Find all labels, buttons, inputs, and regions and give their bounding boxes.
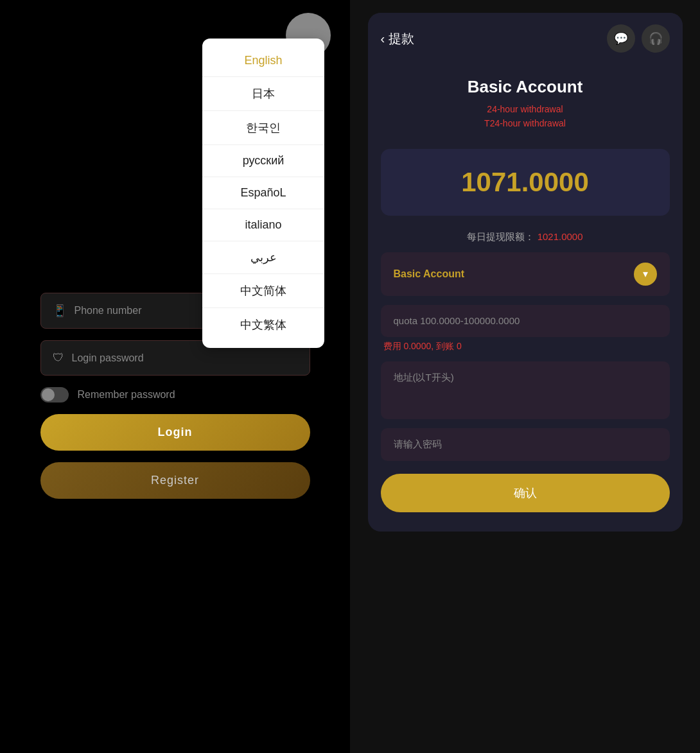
account-select[interactable]: Basic Account ▾	[381, 252, 670, 296]
lang-italian[interactable]: italiano	[202, 209, 324, 241]
left-panel: English 日本 한국인 русский EspañoL italiano …	[0, 0, 350, 753]
amount-value: 1071.0000	[394, 167, 657, 198]
phone-icon: 📱	[53, 304, 67, 318]
withdrawal-card: ‹ 提款 💬 🎧 Basic Account 24-hour withdrawa…	[368, 13, 683, 532]
lang-spanish[interactable]: EspañoL	[202, 177, 324, 209]
language-dropdown: English 日本 한국인 русский EspañoL italiano …	[202, 39, 324, 348]
chevron-down-icon: ▾	[634, 263, 657, 286]
chat-icon-button[interactable]: 💬	[607, 24, 635, 53]
lock-icon: 🛡	[53, 351, 64, 365]
lang-korean[interactable]: 한국인	[202, 111, 324, 145]
daily-limit-label: 每日提现限额：	[467, 231, 534, 242]
withdrawal-info: 24-hour withdrawal T24-hour withdrawal	[381, 102, 670, 131]
account-select-label: Basic Account	[394, 268, 465, 280]
password-placeholder: 请输入密码	[394, 438, 442, 449]
register-button[interactable]: Register	[40, 462, 310, 499]
lang-russian[interactable]: русский	[202, 145, 324, 177]
headset-icon: 🎧	[649, 31, 663, 46]
withdrawal-line2: T24-hour withdrawal	[381, 116, 670, 130]
account-title: Basic Account	[381, 77, 670, 97]
card-header: ‹ 提款 💬 🎧	[368, 13, 683, 64]
fee-text: 费用 0.0000, 到账 0	[381, 341, 670, 352]
remember-toggle[interactable]	[40, 387, 69, 402]
lang-chinese-simplified[interactable]: 中文简体	[202, 274, 324, 308]
page-title: 提款	[389, 30, 414, 48]
chat-icon: 💬	[614, 31, 628, 46]
daily-limit-value: 1021.0000	[538, 231, 583, 242]
remember-label: Remember password	[78, 389, 175, 401]
quota-placeholder: quota 100.0000-100000.0000	[394, 315, 520, 326]
lang-japanese[interactable]: 日本	[202, 77, 324, 111]
address-placeholder: 地址(以T开头)	[394, 372, 454, 383]
support-icon-button[interactable]: 🎧	[642, 24, 670, 53]
confirm-button[interactable]: 确认	[381, 474, 670, 512]
right-panel: ‹ 提款 💬 🎧 Basic Account 24-hour withdrawa…	[350, 0, 700, 753]
lang-arabic[interactable]: عربي	[202, 241, 324, 274]
amount-display: 1071.0000	[381, 149, 670, 216]
withdrawal-line1: 24-hour withdrawal	[381, 102, 670, 116]
address-field[interactable]: 地址(以T开头)	[381, 361, 670, 419]
back-button[interactable]: ‹ 提款	[381, 30, 415, 48]
password-field[interactable]: 请输入密码	[381, 428, 670, 461]
lang-chinese-traditional[interactable]: 中文繁体	[202, 308, 324, 342]
remember-row: Remember password	[40, 387, 310, 402]
login-button[interactable]: Login	[40, 414, 310, 451]
lang-english[interactable]: English	[202, 45, 324, 77]
account-section: Basic Account 24-hour withdrawal T24-hou…	[368, 64, 683, 137]
daily-limit-row: 每日提现限额： 1021.0000	[368, 227, 683, 252]
password-input[interactable]	[72, 352, 298, 364]
header-icons: 💬 🎧	[607, 24, 670, 53]
back-arrow-icon: ‹	[381, 31, 385, 46]
quota-field[interactable]: quota 100.0000-100000.0000	[381, 305, 670, 337]
